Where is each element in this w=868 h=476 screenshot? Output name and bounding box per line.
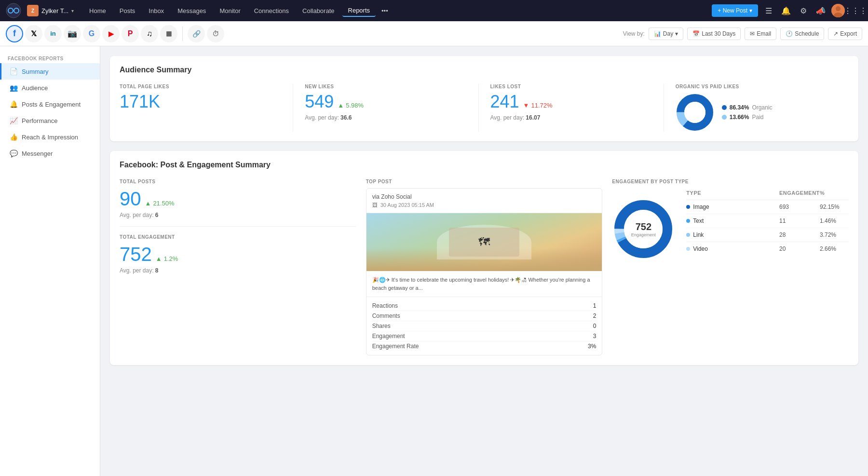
megaphone-icon[interactable]: 📣 bbox=[814, 4, 827, 17]
divider bbox=[182, 27, 183, 41]
shares-value: 0 bbox=[593, 323, 597, 329]
avatar[interactable] bbox=[831, 4, 845, 17]
export-button[interactable]: ↗ Export bbox=[828, 27, 862, 40]
organic-paid-metric: ORGANIC VS PAID LIKES bbox=[664, 84, 849, 132]
youtube-icon[interactable]: ▶ bbox=[102, 25, 120, 42]
organic-paid-legend: 86.34% Organic 13.66% Paid bbox=[722, 104, 773, 121]
up-arrow-icon2: ▲ bbox=[156, 255, 162, 262]
sidebar-item-reach-impression[interactable]: 👍 Reach & Impression bbox=[0, 129, 100, 145]
audience-summary-card: Audience Summary TOTAL PAGE LIKES 171K N… bbox=[110, 56, 858, 141]
app-logo[interactable] bbox=[6, 3, 21, 18]
facebook-icon[interactable]: f bbox=[6, 25, 23, 42]
reactions-label: Reactions bbox=[372, 302, 398, 309]
comments-row: Comments 2 bbox=[372, 311, 597, 321]
likes-lost-label: LIKES LOST bbox=[490, 84, 652, 89]
engagement-type-table: TYPE ENGAGEMENT % Image 693 92.15% bbox=[686, 188, 849, 256]
total-posts-label: TOTAL POSTS bbox=[120, 179, 356, 184]
organic-paid-donut bbox=[676, 93, 714, 132]
post-engagement-card: Facebook: Post & Engagement Summary TOTA… bbox=[110, 151, 858, 365]
shares-label: Shares bbox=[372, 323, 391, 329]
sidebar-section-label: FACEBOOK REPORTS bbox=[0, 52, 100, 63]
total-page-likes-metric: TOTAL PAGE LIKES 171K bbox=[120, 84, 293, 132]
pinterest-icon[interactable]: P bbox=[122, 25, 139, 42]
engagement-rate-row: Engagement Rate 3% bbox=[372, 341, 597, 351]
nav-reports[interactable]: Reports bbox=[342, 5, 376, 17]
top-post-card[interactable]: via Zoho Social 🖼 30 Aug 2023 05:15 AM bbox=[366, 188, 603, 355]
engagement-type-label: ENGAGEMENT BY POST TYPE bbox=[612, 179, 849, 184]
grid-apps-icon[interactable]: ⋮⋮⋮ bbox=[849, 4, 862, 17]
buffer-icon[interactable]: ▦ bbox=[160, 25, 177, 42]
audience-summary-title: Audience Summary bbox=[120, 66, 849, 74]
thumbsup-icon: 👍 bbox=[9, 133, 18, 141]
instagram-icon[interactable]: 📷 bbox=[64, 25, 81, 42]
sidebar-item-messenger[interactable]: 💬 Messenger bbox=[0, 145, 100, 162]
settings-icon[interactable]: ⚙ bbox=[797, 4, 810, 17]
total-posts-avg: Avg. per day: 6 bbox=[120, 212, 356, 218]
brand-name[interactable]: Z Zylker T... ▾ bbox=[27, 5, 74, 16]
total-engagement-label: TOTAL ENGAGEMENT bbox=[120, 234, 356, 240]
sidebar-item-performance[interactable]: 📈 Performance bbox=[0, 112, 100, 129]
clock-icon: 🕐 bbox=[786, 30, 793, 37]
total-posts-change: ▲ 21.50% bbox=[145, 200, 175, 207]
email-button[interactable]: ✉ Email bbox=[745, 27, 776, 40]
up-arrow-icon: ▲ bbox=[145, 200, 151, 207]
up-arrow-icon: ▲ bbox=[338, 102, 344, 109]
linkedin-icon[interactable]: in bbox=[44, 25, 62, 42]
total-page-likes-label: TOTAL PAGE LIKES bbox=[120, 84, 281, 89]
text-type-dot bbox=[686, 219, 690, 223]
engagement-type-section: 752 Engagement TYPE ENGAGEMENT % bbox=[612, 188, 849, 260]
date-range-button[interactable]: 📅 Last 30 Days bbox=[687, 27, 741, 40]
nav-inbox[interactable]: Inbox bbox=[143, 5, 170, 16]
paid-dot bbox=[722, 115, 727, 120]
donut-center: 752 Engagement bbox=[631, 221, 656, 237]
engagement-value: 3 bbox=[593, 333, 597, 340]
timer-icon[interactable]: ⏱ bbox=[207, 25, 224, 42]
new-likes-label: NEW LIKES bbox=[305, 84, 466, 89]
new-likes-avg: Avg. per day: 36.6 bbox=[305, 114, 466, 121]
type-table-header: TYPE ENGAGEMENT % bbox=[686, 188, 849, 200]
post-stats-column: TOTAL POSTS 90 ▲ 21.50% Avg. per day: 6 bbox=[120, 179, 356, 355]
nav-more-button[interactable]: ••• bbox=[378, 5, 392, 16]
engagement-type-column: ENGAGEMENT BY POST TYPE bbox=[612, 179, 849, 355]
day-view-button[interactable]: 📊 Day ▾ bbox=[649, 27, 683, 40]
calendar-icon: 📅 bbox=[692, 30, 700, 37]
tiktok-icon[interactable]: ♫ bbox=[141, 25, 158, 42]
sidebar-item-audience[interactable]: 👥 Audience bbox=[0, 80, 100, 96]
nav-collaborate[interactable]: Collaborate bbox=[297, 5, 340, 16]
chart-line-icon: 📈 bbox=[9, 117, 18, 124]
new-post-button[interactable]: + New Post ▾ bbox=[712, 4, 758, 17]
sidebar-item-summary[interactable]: 📄 Summary bbox=[0, 63, 100, 80]
nav-monitor[interactable]: Monitor bbox=[214, 5, 246, 16]
audience-icon: 👥 bbox=[9, 84, 18, 92]
nav-connections[interactable]: Connections bbox=[248, 5, 295, 16]
email-icon: ✉ bbox=[750, 30, 755, 37]
schedule-button[interactable]: 🕐 Schedule bbox=[780, 27, 824, 40]
svg-point-4 bbox=[836, 6, 841, 11]
reactions-row: Reactions 1 bbox=[372, 301, 597, 311]
google-icon[interactable]: G bbox=[83, 25, 100, 42]
nav-home[interactable]: Home bbox=[83, 5, 112, 16]
type-row-link: Link 28 3.72% bbox=[686, 228, 849, 242]
new-likes-metric: NEW LIKES 549 ▲ 5.98% Avg. per day: 36.6 bbox=[293, 84, 478, 132]
view-by-label: View by: bbox=[623, 30, 645, 37]
link-icon[interactable]: 🔗 bbox=[188, 25, 205, 42]
engagement-type-donut: 752 Engagement bbox=[612, 198, 675, 260]
twitter-icon[interactable]: 𝕏 bbox=[25, 25, 42, 42]
top-post-image: 🗺 bbox=[366, 213, 602, 271]
organic-paid-label: ORGANIC VS PAID LIKES bbox=[676, 84, 837, 89]
sidebar-item-posts-engagement[interactable]: 🔔 Posts & Engagement bbox=[0, 96, 100, 112]
notifications-icon[interactable]: 🔔 bbox=[779, 4, 793, 17]
down-arrow-icon: ▼ bbox=[523, 102, 529, 109]
likes-lost-value: 241 bbox=[490, 93, 519, 110]
total-page-likes-value: 171K bbox=[120, 93, 281, 110]
menu-icon[interactable]: ☰ bbox=[762, 4, 775, 17]
link-type-dot bbox=[686, 233, 690, 237]
engagement-label: Engagement bbox=[372, 333, 405, 340]
image-type-dot bbox=[686, 205, 690, 209]
total-engagement-avg: Avg. per day: 8 bbox=[120, 267, 356, 274]
top-post-header: via Zoho Social 🖼 30 Aug 2023 05:15 AM bbox=[366, 189, 602, 213]
nav-messages[interactable]: Messages bbox=[172, 5, 212, 16]
audience-metrics-row: TOTAL PAGE LIKES 171K NEW LIKES 549 ▲ 5.… bbox=[120, 84, 849, 132]
paid-legend-item: 13.66% Paid bbox=[722, 114, 773, 121]
nav-posts[interactable]: Posts bbox=[114, 5, 141, 16]
